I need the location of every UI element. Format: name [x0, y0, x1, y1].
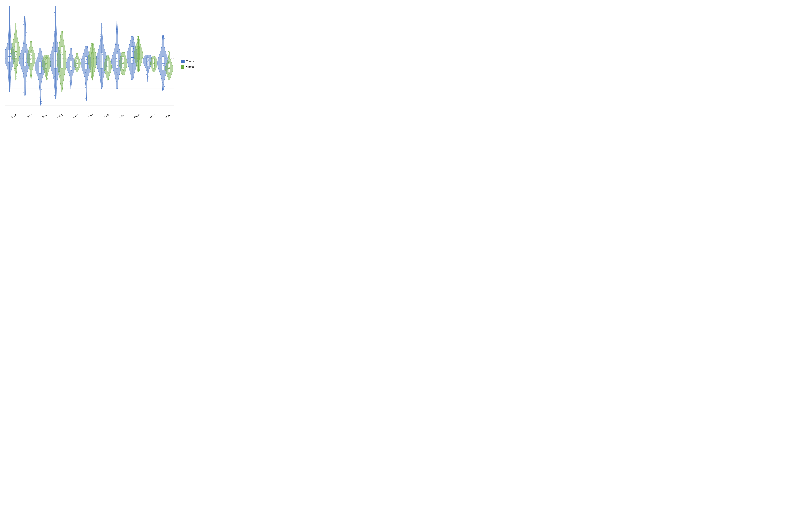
- svg-point-559: [134, 59, 134, 59]
- svg-point-380: [92, 80, 93, 80]
- svg-point-716: [168, 74, 169, 74]
- svg-point-420: [102, 72, 103, 73]
- svg-point-463: [107, 65, 107, 66]
- svg-point-619: [146, 74, 147, 75]
- svg-point-516: [123, 72, 124, 72]
- svg-point-375: [86, 48, 87, 49]
- svg-point-37: [11, 33, 11, 33]
- svg-point-650: [154, 68, 154, 69]
- svg-point-102: [24, 43, 24, 44]
- svg-point-659: [153, 64, 153, 64]
- svg-point-322: [78, 66, 78, 67]
- svg-point-26: [10, 65, 10, 66]
- svg-point-702: [163, 42, 163, 43]
- svg-point-562: [131, 54, 131, 55]
- svg-point-234: [55, 38, 55, 38]
- svg-point-129: [30, 62, 31, 62]
- svg-point-554: [133, 66, 133, 67]
- svg-point-297: [70, 66, 71, 67]
- svg-point-685: [164, 75, 165, 75]
- svg-point-43: [11, 15, 11, 15]
- svg-point-705: [163, 36, 164, 37]
- svg-point-669: [154, 58, 154, 59]
- svg-point-681: [162, 82, 163, 83]
- svg-point-561: [132, 56, 132, 56]
- svg-point-690: [163, 65, 164, 66]
- svg-point-209: [47, 56, 48, 57]
- svg-point-452: [107, 75, 108, 75]
- svg-point-274: [60, 37, 61, 38]
- svg-point-29: [9, 56, 9, 57]
- svg-point-524: [123, 66, 124, 66]
- svg-point-683: [162, 78, 163, 79]
- svg-point-579: [139, 70, 139, 71]
- svg-point-473: [108, 56, 109, 57]
- svg-point-319: [76, 68, 77, 69]
- svg-point-381: [91, 79, 92, 79]
- svg-point-430: [100, 50, 100, 50]
- svg-point-174: [40, 56, 41, 56]
- svg-point-70: [16, 40, 17, 41]
- svg-point-558: [133, 60, 133, 61]
- svg-point-624: [147, 70, 148, 70]
- svg-point-419: [101, 75, 101, 75]
- svg-point-276: [62, 33, 62, 34]
- svg-point-465: [108, 63, 108, 64]
- svg-point-323: [77, 66, 78, 66]
- svg-point-238: [57, 25, 57, 25]
- svg-point-230: [54, 51, 55, 51]
- svg-point-488: [116, 67, 116, 68]
- svg-point-116: [31, 78, 31, 79]
- svg-point-92: [24, 70, 25, 71]
- svg-point-449: [108, 77, 108, 78]
- svg-point-456: [107, 71, 108, 72]
- svg-point-204: [46, 61, 46, 61]
- svg-point-726: [169, 64, 169, 65]
- svg-point-27: [8, 62, 9, 63]
- svg-point-359: [87, 78, 87, 78]
- svg-point-73: [14, 35, 15, 35]
- svg-point-253: [63, 81, 63, 82]
- svg-point-383: [92, 76, 92, 76]
- svg-point-539: [122, 54, 122, 54]
- svg-point-168: [40, 68, 41, 68]
- svg-point-474: [108, 56, 108, 56]
- svg-point-526: [122, 64, 122, 64]
- svg-point-256: [60, 75, 61, 75]
- svg-point-33: [8, 44, 9, 45]
- svg-point-563: [131, 53, 132, 53]
- svg-point-448: [108, 78, 109, 79]
- svg-point-482: [116, 81, 117, 82]
- svg-point-717: [169, 73, 170, 73]
- svg-point-508: [118, 21, 118, 21]
- svg-point-689: [162, 67, 162, 68]
- svg-point-233: [56, 41, 57, 41]
- svg-point-348: [85, 98, 86, 99]
- svg-point-152: [40, 99, 41, 100]
- svg-point-553: [134, 68, 134, 68]
- svg-point-665: [153, 60, 153, 61]
- svg-point-61: [14, 58, 15, 59]
- svg-point-177: [40, 50, 40, 50]
- svg-point-621: [148, 72, 148, 73]
- svg-point-455: [108, 72, 108, 73]
- svg-point-733: [168, 57, 169, 58]
- svg-point-64: [16, 52, 17, 53]
- svg-point-628: [149, 66, 149, 66]
- svg-point-713: [169, 77, 170, 77]
- svg-point-431: [100, 48, 101, 48]
- svg-point-135: [30, 54, 31, 55]
- svg-point-264: [62, 58, 62, 59]
- svg-point-44: [10, 12, 11, 12]
- svg-point-374: [85, 50, 86, 51]
- plot-area: 56789105678910: [5, 4, 174, 114]
- svg-point-393: [92, 63, 92, 64]
- svg-point-199: [45, 65, 46, 66]
- svg-point-389: [92, 68, 92, 69]
- svg-point-698: [164, 50, 164, 50]
- svg-point-392: [93, 65, 93, 65]
- svg-point-606: [138, 37, 139, 38]
- svg-point-432: [102, 45, 102, 46]
- svg-point-318: [76, 69, 77, 69]
- svg-point-602: [137, 42, 138, 43]
